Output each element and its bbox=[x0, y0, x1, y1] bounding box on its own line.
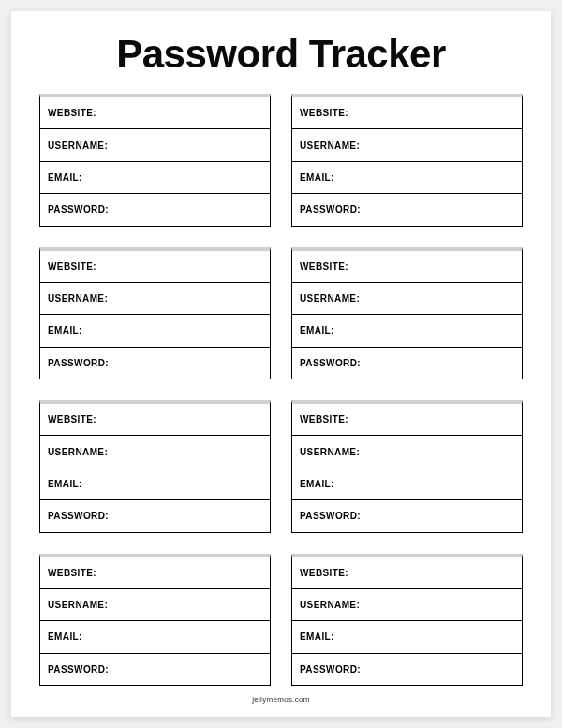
username-field: USERNAME: bbox=[292, 283, 522, 315]
email-field: EMAIL: bbox=[40, 162, 270, 194]
footer-credit: jellymemos.com bbox=[39, 695, 523, 704]
website-field: WEBSITE: bbox=[40, 97, 270, 129]
password-field: PASSWORD: bbox=[40, 194, 270, 225]
website-field: WEBSITE: bbox=[40, 251, 270, 283]
entry-box: WEBSITE: USERNAME: EMAIL: PASSWORD: bbox=[39, 400, 271, 533]
email-field: EMAIL: bbox=[292, 162, 522, 194]
entry-box: WEBSITE: USERNAME: EMAIL: PASSWORD: bbox=[291, 554, 523, 687]
website-field: WEBSITE: bbox=[292, 97, 522, 129]
entry-box: WEBSITE: USERNAME: EMAIL: PASSWORD: bbox=[291, 400, 523, 533]
website-field: WEBSITE: bbox=[292, 251, 522, 283]
password-field: PASSWORD: bbox=[292, 500, 522, 531]
entry-box: WEBSITE: USERNAME: EMAIL: PASSWORD: bbox=[39, 94, 271, 227]
page-title: Password Tracker bbox=[39, 32, 523, 77]
email-field: EMAIL: bbox=[292, 315, 522, 347]
entry-box: WEBSITE: USERNAME: EMAIL: PASSWORD: bbox=[291, 94, 523, 227]
email-field: EMAIL: bbox=[40, 315, 270, 347]
website-field: WEBSITE: bbox=[40, 404, 270, 436]
email-field: EMAIL: bbox=[40, 621, 270, 653]
entries-grid: WEBSITE: USERNAME: EMAIL: PASSWORD: WEBS… bbox=[39, 94, 523, 686]
username-field: USERNAME: bbox=[292, 129, 522, 161]
email-field: EMAIL: bbox=[40, 468, 270, 500]
username-field: USERNAME: bbox=[292, 589, 522, 621]
username-field: USERNAME: bbox=[292, 436, 522, 468]
entry-box: WEBSITE: USERNAME: EMAIL: PASSWORD: bbox=[39, 554, 271, 687]
password-field: PASSWORD: bbox=[40, 654, 270, 685]
document-page: Password Tracker WEBSITE: USERNAME: EMAI… bbox=[11, 11, 551, 717]
website-field: WEBSITE: bbox=[292, 557, 522, 589]
username-field: USERNAME: bbox=[40, 283, 270, 315]
entry-box: WEBSITE: USERNAME: EMAIL: PASSWORD: bbox=[291, 247, 523, 380]
password-field: PASSWORD: bbox=[40, 500, 270, 531]
email-field: EMAIL: bbox=[292, 621, 522, 653]
password-field: PASSWORD: bbox=[292, 654, 522, 685]
password-field: PASSWORD: bbox=[40, 348, 270, 379]
username-field: USERNAME: bbox=[40, 436, 270, 468]
website-field: WEBSITE: bbox=[40, 557, 270, 589]
username-field: USERNAME: bbox=[40, 129, 270, 161]
email-field: EMAIL: bbox=[292, 468, 522, 500]
password-field: PASSWORD: bbox=[292, 194, 522, 225]
entry-box: WEBSITE: USERNAME: EMAIL: PASSWORD: bbox=[39, 247, 271, 380]
website-field: WEBSITE: bbox=[292, 404, 522, 436]
username-field: USERNAME: bbox=[40, 589, 270, 621]
password-field: PASSWORD: bbox=[292, 348, 522, 379]
